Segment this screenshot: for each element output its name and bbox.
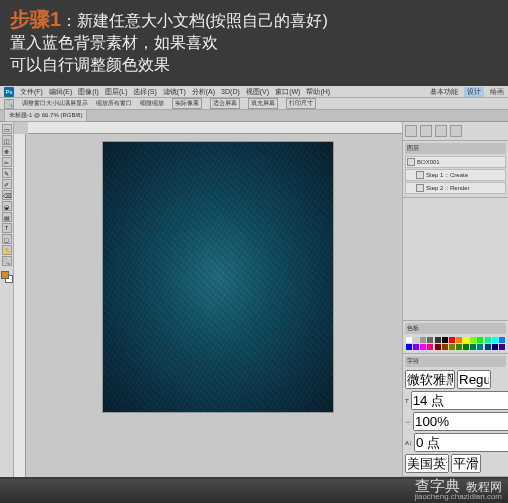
shape-tool[interactable]: ◻: [2, 234, 12, 244]
workspace-design[interactable]: 设计: [464, 87, 484, 97]
antialias-input[interactable]: [451, 454, 481, 473]
layer-group-name[interactable]: BOX001: [417, 159, 440, 165]
fg-color[interactable]: [1, 271, 9, 279]
swatch[interactable]: [499, 344, 505, 350]
swatch[interactable]: [435, 337, 441, 343]
layers-title[interactable]: 图层: [405, 143, 506, 154]
ruler-horizontal: [28, 122, 402, 134]
layer-name[interactable]: Step 1 :: Create: [426, 172, 468, 178]
swatch[interactable]: [427, 344, 433, 350]
swatches-title[interactable]: 色板: [405, 323, 506, 334]
marquee-tool[interactable]: ◫: [2, 135, 12, 145]
swatch[interactable]: [492, 344, 498, 350]
gradient-tool[interactable]: ◒: [2, 201, 12, 211]
header-line1: ：新建任意大小文档(按照自己的喜好): [61, 12, 328, 29]
swatch[interactable]: [463, 344, 469, 350]
lang-input[interactable]: [405, 454, 449, 473]
navigator-icon[interactable]: [450, 125, 462, 137]
toolbox: ▭ ◫ ✥ ✂ ✎ ✐ ⌫ ◒ ▤ T ◻ ✋ 🔍: [0, 122, 14, 477]
pencil-tool[interactable]: ✐: [2, 179, 12, 189]
swatch[interactable]: [406, 337, 412, 343]
font-size-input[interactable]: [411, 391, 508, 410]
lasso-tool[interactable]: ✥: [2, 146, 12, 156]
workspace-basic[interactable]: 基本功能: [430, 87, 458, 97]
font-family-input[interactable]: [405, 370, 455, 389]
workspace-paint[interactable]: 绘画: [490, 87, 504, 97]
footer-url: jiaocheng.chazidian.com: [414, 491, 502, 502]
font-style-input[interactable]: [457, 370, 491, 389]
swatch[interactable]: [435, 344, 441, 350]
visibility-icon[interactable]: [407, 158, 415, 166]
swatch[interactable]: [470, 337, 476, 343]
visibility-icon[interactable]: [416, 184, 424, 192]
swatch[interactable]: [442, 344, 448, 350]
menu-window[interactable]: 窗口(W): [275, 87, 300, 97]
document-tab[interactable]: 未标题-1 @ 66.7% (RGB/8): [4, 109, 87, 122]
swatch[interactable]: [406, 344, 412, 350]
baseline-input[interactable]: [414, 433, 508, 452]
info-icon[interactable]: [435, 125, 447, 137]
swatch[interactable]: [492, 337, 498, 343]
actions-icon[interactable]: [420, 125, 432, 137]
fg-bg-colors[interactable]: [1, 271, 13, 283]
swatch[interactable]: [449, 337, 455, 343]
history-icon[interactable]: [405, 125, 417, 137]
swatch[interactable]: [456, 344, 462, 350]
opt-fill-screen[interactable]: 填充屏幕: [248, 98, 278, 109]
swatch[interactable]: [420, 337, 426, 343]
type-tool[interactable]: T: [2, 223, 12, 233]
opt-actual[interactable]: 实际像素: [172, 98, 202, 109]
move-tool[interactable]: ▭: [2, 124, 12, 134]
swatch[interactable]: [442, 337, 448, 343]
char-title[interactable]: 字符: [405, 356, 506, 367]
opt-fit-screen[interactable]: 适合屏幕: [210, 98, 240, 109]
menu-image[interactable]: 图像(I): [78, 87, 99, 97]
hand-tool[interactable]: ✋: [2, 245, 12, 255]
opt-print-size[interactable]: 打印尺寸: [286, 98, 316, 109]
swatch[interactable]: [413, 344, 419, 350]
swatch[interactable]: [477, 344, 483, 350]
eraser-tool[interactable]: ⌫: [2, 190, 12, 200]
menu-layer[interactable]: 图层(L): [105, 87, 128, 97]
menubar: Ps 文件(F) 编辑(E) 图像(I) 图层(L) 选择(S) 滤镜(T) 分…: [0, 86, 508, 98]
menu-3d[interactable]: 3D(D): [221, 88, 240, 95]
canvas-area: [14, 122, 402, 477]
swatch[interactable]: [485, 337, 491, 343]
swatch[interactable]: [477, 337, 483, 343]
tracking-icon: ↔: [405, 419, 411, 425]
mini-icons-panel: [403, 122, 508, 141]
swatch[interactable]: [499, 337, 505, 343]
ps-logo: Ps: [4, 87, 14, 97]
menu-view[interactable]: 视图(V): [246, 87, 269, 97]
opt-zoom-all[interactable]: 缩放所有窗口: [96, 99, 132, 108]
menu-file[interactable]: 文件(F): [20, 87, 43, 97]
size-icon: T: [405, 398, 409, 404]
tracking-input[interactable]: [413, 412, 508, 431]
step-label: 步骤1: [10, 8, 61, 30]
opt-scrubby[interactable]: 细微缩放: [140, 99, 164, 108]
menu-filter[interactable]: 滤镜(T): [163, 87, 186, 97]
clone-tool[interactable]: ▤: [2, 212, 12, 222]
swatch[interactable]: [427, 337, 433, 343]
tutorial-header: 步骤1：新建任意大小文档(按照自己的喜好) 置入蓝色背景素材，如果喜欢 可以自行…: [0, 0, 508, 80]
swatch[interactable]: [449, 344, 455, 350]
swatches-panel: 色板: [403, 321, 508, 354]
zoom-tool[interactable]: 🔍: [2, 256, 12, 266]
baseline-icon: A↕: [405, 440, 412, 446]
swatch[interactable]: [420, 344, 426, 350]
menu-edit[interactable]: 编辑(E): [49, 87, 72, 97]
visibility-icon[interactable]: [416, 171, 424, 179]
swatch[interactable]: [485, 344, 491, 350]
layer-name[interactable]: Step 2 :: Render: [426, 185, 470, 191]
crop-tool[interactable]: ✂: [2, 157, 12, 167]
brush-tool[interactable]: ✎: [2, 168, 12, 178]
menu-analysis[interactable]: 分析(A): [192, 87, 215, 97]
swatch[interactable]: [470, 344, 476, 350]
swatch[interactable]: [413, 337, 419, 343]
menu-select[interactable]: 选择(S): [133, 87, 156, 97]
menu-help[interactable]: 帮助(H): [306, 87, 330, 97]
swatch[interactable]: [456, 337, 462, 343]
canvas-document[interactable]: [103, 142, 333, 412]
swatch[interactable]: [463, 337, 469, 343]
opt-fit-window[interactable]: 调整窗口大小以满屏显示: [22, 99, 88, 108]
